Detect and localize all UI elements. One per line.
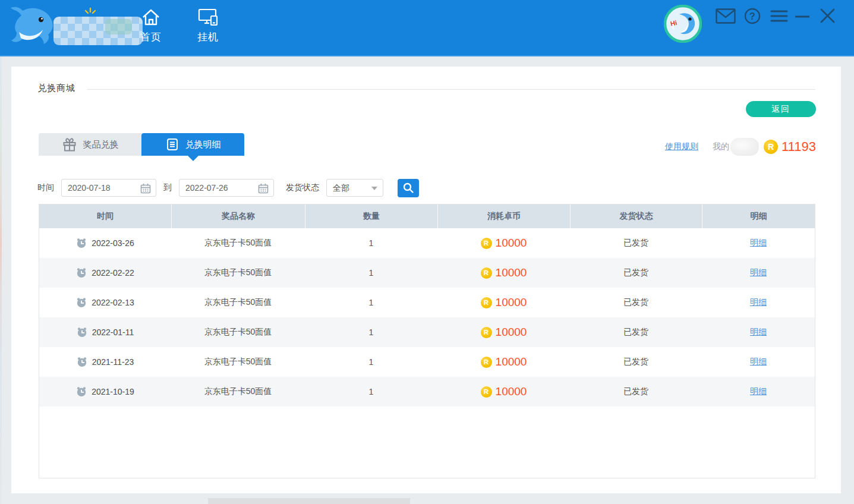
row-status: 已发货 xyxy=(570,347,702,377)
row-cost: 10000 xyxy=(496,266,527,279)
page-title: 兑换商城 xyxy=(37,83,75,94)
gift-icon xyxy=(62,137,77,152)
row-qty: 1 xyxy=(305,258,437,288)
tab-label: 奖品兑换 xyxy=(83,139,119,150)
balance-bar: 使用规则 我的 R 11193 xyxy=(665,137,816,157)
main-nav: 首页 挂机 xyxy=(130,7,229,44)
date-from-input[interactable] xyxy=(62,179,132,196)
row-date: 2022-02-13 xyxy=(92,298,134,307)
tab-exchange-details[interactable]: 兑换明细 xyxy=(141,133,244,156)
clock-icon xyxy=(76,267,87,278)
app-window: 首页 挂机 Hi xyxy=(0,0,854,504)
row-prize: 京东电子卡50面值 xyxy=(171,288,305,317)
mail-icon[interactable] xyxy=(716,8,736,24)
row-detail-link[interactable]: 明细 xyxy=(750,357,767,367)
coin-icon: R xyxy=(481,238,492,249)
date-to-input[interactable] xyxy=(179,179,250,196)
table-row: 2022-03-26 京东电子卡50面值 1 R10000 已发货 明细 xyxy=(39,228,815,258)
user-avatar[interactable]: Hi xyxy=(664,5,702,43)
row-detail-link[interactable]: 明细 xyxy=(750,297,767,308)
row-status: 已发货 xyxy=(570,377,702,407)
row-date: 2021-11-23 xyxy=(92,357,134,367)
row-status: 已发货 xyxy=(570,317,702,347)
row-status: 已发货 xyxy=(570,288,702,317)
tab-prize-exchange[interactable]: 奖品兑换 xyxy=(39,133,141,156)
row-prize: 京东电子卡50面值 xyxy=(171,317,305,347)
row-qty: 1 xyxy=(305,288,437,317)
row-detail-link[interactable]: 明细 xyxy=(750,238,767,248)
row-status: 已发货 xyxy=(570,228,702,258)
row-date: 2022-03-26 xyxy=(92,238,134,248)
search-button[interactable] xyxy=(398,179,419,197)
table-row: 2022-02-13 京东电子卡50面值 1 R10000 已发货 明细 xyxy=(39,288,815,317)
row-qty: 1 xyxy=(305,347,437,377)
nav-item-home[interactable]: 首页 xyxy=(130,7,172,44)
row-cost: 10000 xyxy=(496,237,527,250)
status-filter-label: 发货状态 xyxy=(286,182,319,193)
header-time: 时间 xyxy=(39,204,171,228)
coin-icon: R xyxy=(481,327,492,338)
active-tab-pointer xyxy=(188,156,198,161)
balance-amount: 11193 xyxy=(781,139,816,155)
row-detail-link[interactable]: 明细 xyxy=(750,267,767,278)
back-button[interactable]: 返回 xyxy=(746,101,816,117)
home-icon xyxy=(140,7,162,27)
row-qty: 1 xyxy=(305,317,437,347)
row-date: 2022-02-22 xyxy=(92,268,134,278)
calendar-icon[interactable] xyxy=(258,183,269,196)
clock-icon xyxy=(76,297,87,308)
title-divider xyxy=(87,89,815,90)
nav-item-idle[interactable]: 挂机 xyxy=(187,7,229,44)
sparkle-icon xyxy=(83,7,97,19)
row-prize: 京东电子卡50面值 xyxy=(171,228,305,258)
menu-icon[interactable] xyxy=(770,9,788,23)
table-row: 2022-02-22 京东电子卡50面值 1 R10000 已发货 明细 xyxy=(39,258,815,288)
row-qty: 1 xyxy=(305,377,437,407)
coin-icon: R xyxy=(481,297,492,308)
list-icon xyxy=(165,137,179,152)
content-panel: 兑换商城 返回 奖品兑换 xyxy=(11,67,841,493)
minimize-button[interactable] xyxy=(795,15,809,18)
status-select-value: 全部 xyxy=(333,183,349,193)
coin-icon: R xyxy=(481,357,492,368)
status-select[interactable]: 全部 xyxy=(326,179,383,197)
background-taskbar-edge xyxy=(208,498,410,504)
coin-icon: R xyxy=(764,140,778,154)
date-to-field[interactable] xyxy=(179,179,274,197)
filter-bar: 时间 到 xyxy=(37,178,419,197)
clock-icon xyxy=(76,386,87,397)
row-date: 2022-01-11 xyxy=(92,327,134,337)
coin-icon: R xyxy=(481,267,492,279)
header-shipping-status: 发货状态 xyxy=(570,204,702,228)
row-cost: 10000 xyxy=(496,385,527,398)
header-detail: 明细 xyxy=(702,204,815,228)
date-from-field[interactable] xyxy=(61,179,156,197)
coin-icon: R xyxy=(481,386,492,398)
row-prize: 京东电子卡50面值 xyxy=(171,258,305,288)
calendar-icon[interactable] xyxy=(140,183,151,196)
background-window-edge xyxy=(0,56,2,504)
row-detail-link[interactable]: 明细 xyxy=(750,327,767,338)
exchange-table: 时间 奖品名称 数量 消耗卓币 发货状态 明细 2022-03-26 京东电子卡… xyxy=(39,204,815,478)
row-prize: 京东电子卡50面值 xyxy=(171,377,305,407)
clock-icon xyxy=(77,357,87,367)
help-icon[interactable]: ? xyxy=(744,8,761,24)
clock-icon xyxy=(77,327,87,338)
row-qty: 1 xyxy=(305,228,437,258)
usage-rules-link[interactable]: 使用规则 xyxy=(665,141,698,152)
row-cost: 10000 xyxy=(496,355,527,368)
close-button[interactable] xyxy=(820,8,836,24)
row-date: 2021-10-19 xyxy=(92,387,134,396)
table-header: 时间 奖品名称 数量 消耗卓币 发货状态 明细 xyxy=(39,204,815,228)
row-cost: 10000 xyxy=(496,296,527,309)
chevron-down-icon xyxy=(371,187,377,190)
header-quantity: 数量 xyxy=(305,204,437,228)
row-prize: 京东电子卡50面值 xyxy=(171,347,305,377)
nav-label-home: 首页 xyxy=(140,30,162,44)
clock-icon xyxy=(76,238,87,248)
blurred-currency-name xyxy=(730,138,759,156)
row-cost: 10000 xyxy=(496,326,527,339)
row-detail-link[interactable]: 明细 xyxy=(750,386,767,397)
time-filter-label: 时间 xyxy=(37,182,54,193)
nav-label-idle: 挂机 xyxy=(197,30,219,44)
